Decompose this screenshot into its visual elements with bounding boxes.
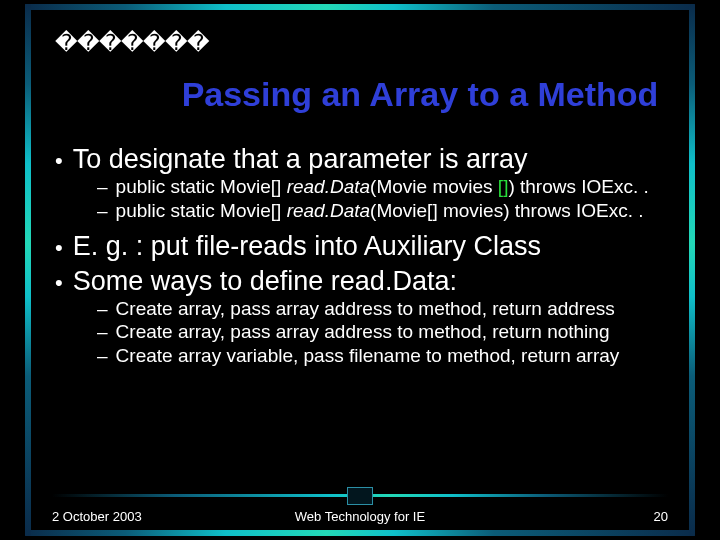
subbullet-signature-2: – public static Movie[] read.Data(Movie[…: [97, 199, 675, 223]
border-top: [25, 4, 695, 10]
border-bottom: [25, 530, 695, 536]
footer-box-icon: [347, 487, 373, 505]
bullet-text: Some ways to define read.Data:: [73, 266, 457, 297]
footer-title: Web Technology for IE: [0, 509, 720, 524]
code-pre: public static Movie[]: [116, 200, 287, 221]
code-method-name: read.Data: [287, 176, 370, 197]
bullet-eg: • E. g. : put file-reads into Auxiliary …: [55, 231, 675, 262]
bullet-ways: • Some ways to define read.Data:: [55, 266, 675, 297]
bullet-dot-icon: •: [55, 270, 63, 297]
code-method-name: read.Data: [287, 200, 370, 221]
dash-icon: –: [97, 199, 108, 223]
code-line: public static Movie[] read.Data(Movie mo…: [116, 175, 649, 199]
subbullet-text: Create array variable, pass filename to …: [116, 344, 620, 368]
subbullet-way-1: – Create array, pass array address to me…: [97, 297, 675, 321]
bullet-text: To designate that a parameter is array: [73, 144, 528, 175]
slide-title: Passing an Array to a Method: [0, 75, 720, 114]
bullet-dot-icon: •: [55, 148, 63, 175]
code-post: ) throws IOExc. .: [508, 176, 648, 197]
dash-icon: –: [97, 297, 108, 321]
dash-icon: –: [97, 344, 108, 368]
header-placeholder-glyphs: �������: [55, 30, 209, 56]
subbullet-text: Create array, pass array address to meth…: [116, 320, 610, 344]
subbullet-signature-1: – public static Movie[] read.Data(Movie …: [97, 175, 675, 199]
slide-body: • To designate that a parameter is array…: [55, 140, 675, 368]
code-brackets: []: [498, 176, 509, 197]
subbullet-way-2: – Create array, pass array address to me…: [97, 320, 675, 344]
slide: ������� Passing an Array to a Method • T…: [0, 0, 720, 540]
code-line: public static Movie[] read.Data(Movie[] …: [116, 199, 644, 223]
bullet-text: E. g. : put file-reads into Auxiliary Cl…: [73, 231, 541, 262]
code-pre: public static Movie[]: [116, 176, 287, 197]
footer-page-number: 20: [654, 509, 668, 524]
subbullet-way-3: – Create array variable, pass filename t…: [97, 344, 675, 368]
bullet-designate: • To designate that a parameter is array: [55, 144, 675, 175]
subbullet-text: Create array, pass array address to meth…: [116, 297, 615, 321]
code-post: (Movie[] movies) throws IOExc. .: [370, 200, 643, 221]
dash-icon: –: [97, 175, 108, 199]
bullet-dot-icon: •: [55, 235, 63, 262]
code-mid: (Movie movies: [370, 176, 498, 197]
dash-icon: –: [97, 320, 108, 344]
